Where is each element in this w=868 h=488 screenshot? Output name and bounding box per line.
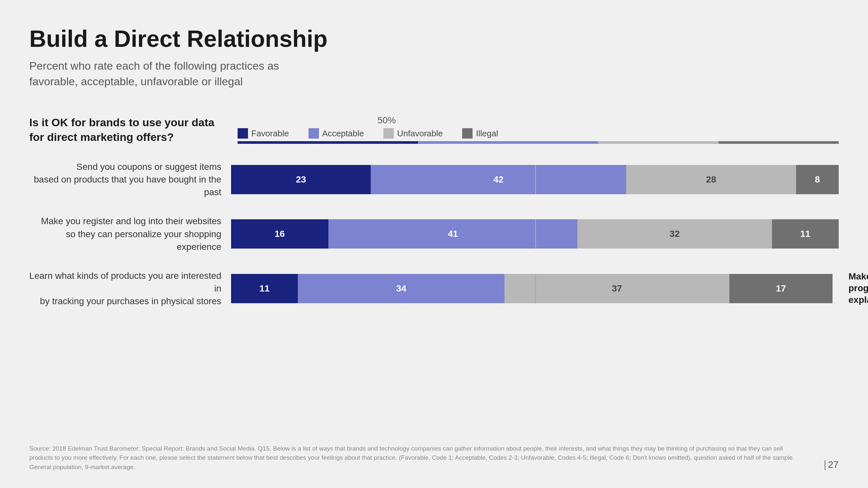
seg-acceptable-3: 34 bbox=[298, 274, 504, 303]
legend-row: Favorable Acceptable Unfavorable Illegal bbox=[238, 128, 498, 139]
bars-section: Send you coupons or suggest itemsbased o… bbox=[29, 160, 839, 308]
seg-favorable-3: 11 bbox=[231, 274, 298, 303]
bar-container-3: 11 34 37 17 bbox=[231, 274, 839, 303]
legend-acceptable: Acceptable bbox=[309, 128, 364, 139]
fifty-label: 50% bbox=[377, 115, 396, 126]
seg-acceptable-2: 41 bbox=[329, 219, 577, 249]
seg-illegal-3: 17 bbox=[730, 274, 833, 303]
seg-illegal-2: 11 bbox=[772, 219, 839, 249]
bar-label-1: Send you coupons or suggest itemsbased o… bbox=[29, 160, 231, 199]
question-label: Is it OK for brands to use your datafor … bbox=[29, 115, 231, 144]
chart-area: Is it OK for brands to use your datafor … bbox=[29, 115, 839, 307]
seg-unfavorable-3: 37 bbox=[504, 274, 730, 303]
title: Build a Direct Relationship bbox=[29, 26, 839, 52]
favorable-label: Favorable bbox=[251, 129, 289, 139]
seg-favorable-2: 16 bbox=[231, 219, 329, 249]
legend-divider bbox=[238, 141, 839, 144]
legend-unfavorable: Unfavorable bbox=[383, 128, 443, 139]
question-text: Is it OK for brands to use your datafor … bbox=[29, 115, 231, 144]
bar-row-1: Send you coupons or suggest itemsbased o… bbox=[29, 160, 839, 199]
fifty-line-3 bbox=[535, 274, 536, 303]
chart-header: Is it OK for brands to use your datafor … bbox=[29, 115, 839, 144]
seg-unfavorable-1: 28 bbox=[626, 165, 797, 194]
legend-illegal: Illegal bbox=[462, 128, 498, 139]
illegal-label: Illegal bbox=[476, 129, 498, 139]
unfavorable-label: Unfavorable bbox=[397, 129, 443, 139]
acceptable-color-swatch bbox=[309, 128, 319, 139]
legend-favorable: Favorable bbox=[238, 128, 289, 139]
subtitle: Percent who rate each of the following p… bbox=[29, 58, 839, 89]
bar-label-3: Learn what kinds of products you are int… bbox=[29, 269, 231, 308]
seg-illegal-1: 8 bbox=[796, 165, 839, 194]
bar-row-2: Make you register and log into their web… bbox=[29, 215, 839, 253]
slide: Build a Direct Relationship Percent who … bbox=[0, 0, 868, 488]
source-text: Source: 2018 Edelman Trust Barometer: Sp… bbox=[29, 444, 803, 472]
acceptable-label: Acceptable bbox=[322, 129, 364, 139]
illegal-color-swatch bbox=[462, 128, 472, 139]
favorable-color-swatch bbox=[238, 128, 248, 139]
unfavorable-color-swatch bbox=[383, 128, 394, 139]
page-number: 27 bbox=[825, 459, 839, 470]
bar-row-3: Learn what kinds of products you are int… bbox=[29, 269, 839, 308]
bar-container-1: 23 42 28 8 bbox=[231, 165, 839, 194]
seg-favorable-1: 23 bbox=[231, 165, 371, 194]
bar-container-2: 16 41 32 11 bbox=[231, 219, 839, 249]
fifty-line-1 bbox=[535, 165, 536, 194]
legend-area: 50% Favorable Acceptable Unfavorable bbox=[231, 115, 839, 144]
fifty-line-2 bbox=[535, 219, 536, 249]
seg-acceptable-1: 42 bbox=[371, 165, 626, 194]
seg-unfavorable-2: 32 bbox=[577, 219, 772, 249]
bar-annotation-3: Make sure loyalty programs are well-expl… bbox=[848, 271, 868, 306]
bar-label-2: Make you register and log into their web… bbox=[29, 215, 231, 253]
